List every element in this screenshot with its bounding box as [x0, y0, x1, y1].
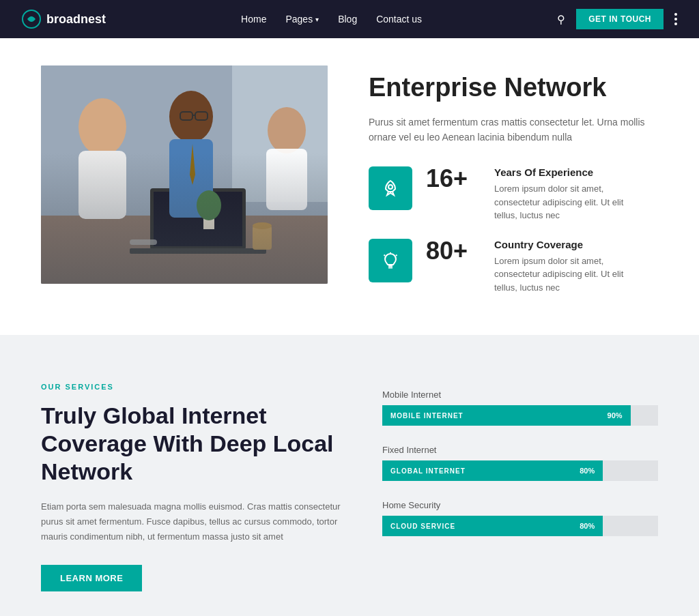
- svg-rect-5: [154, 192, 242, 246]
- bar-fill-mobile: MOBILE INTERNET 90%: [382, 405, 631, 426]
- navbar-right: ⚲ GET IN TOUCH: [557, 9, 677, 29]
- nav-links: Home Pages ▾ Blog Contact us: [241, 13, 422, 25]
- rocket-icon-box: [369, 166, 412, 210]
- stat-desc-experience: Lorem ipsum dolor sit amet, consectetur …: [494, 182, 644, 222]
- services-description: Etiam porta sem malesuada magna mollis e…: [41, 499, 341, 544]
- svg-point-9: [169, 91, 213, 143]
- svg-line-26: [384, 254, 386, 256]
- stat-text-coverage: Country Coverage Lorem ipsum dolor sit a…: [494, 239, 644, 295]
- stat-heading-experience: Years Of Experience: [494, 166, 644, 178]
- search-icon[interactable]: ⚲: [557, 13, 565, 26]
- chevron-down-icon: ▾: [315, 16, 319, 23]
- bulb-icon: [380, 250, 401, 271]
- brand-name: broadnest: [46, 12, 106, 27]
- navbar: broadnest Home Pages ▾ Blog Contact us ⚲…: [0, 0, 699, 38]
- svg-point-18: [197, 190, 221, 220]
- bar-fill-fixed: GLOBAL INTERNET 80%: [382, 460, 603, 481]
- services-section: OUR SERVICES Truly Global Internet Cover…: [0, 335, 699, 616]
- nav-blog[interactable]: Blog: [338, 14, 357, 25]
- stat-item-coverage: 80+ Country Coverage Lorem ipsum dolor s…: [369, 239, 658, 295]
- bar-percent-security: 80%: [580, 522, 595, 530]
- svg-point-21: [253, 222, 272, 229]
- svg-rect-8: [79, 151, 126, 219]
- svg-rect-6: [130, 248, 266, 254]
- bar-group-security: Home Security CLOUD SERVICE 80%: [382, 500, 658, 536]
- bar-label-fixed: Fixed Internet: [382, 445, 658, 455]
- nav-home[interactable]: Home: [241, 14, 266, 25]
- services-title: Truly Global Internet Coverage With Deep…: [41, 402, 341, 485]
- team-photo: [41, 65, 328, 284]
- stat-number-coverage: 80+: [426, 239, 481, 263]
- nav-pages[interactable]: Pages ▾: [285, 14, 319, 25]
- services-left: OUR SERVICES Truly Global Internet Cover…: [41, 383, 341, 591]
- get-touch-button[interactable]: GET IN TOUCH: [576, 9, 664, 29]
- stats-list: 16+ Years Of Experience Lorem ipsum dolo…: [369, 166, 658, 294]
- bar-name-security: CLOUD SERVICE: [390, 523, 455, 530]
- svg-rect-20: [253, 226, 272, 250]
- bar-label-security: Home Security: [382, 500, 658, 510]
- svg-rect-17: [203, 209, 214, 229]
- svg-rect-4: [150, 188, 246, 250]
- rocket-icon: [380, 178, 401, 199]
- svg-rect-3: [41, 216, 328, 284]
- services-right: Mobile Internet MOBILE INTERNET 90% Fixe…: [382, 383, 658, 555]
- bar-track-security: CLOUD SERVICE 80%: [382, 516, 658, 536]
- bar-percent-mobile: 90%: [608, 411, 623, 420]
- enterprise-image: [41, 65, 328, 284]
- brand-icon: [22, 10, 41, 29]
- bar-fill-security: CLOUD SERVICE 80%: [382, 516, 603, 536]
- svg-point-15: [268, 107, 306, 153]
- svg-point-22: [388, 185, 393, 189]
- svg-rect-10: [169, 139, 213, 218]
- bar-group-fixed: Fixed Internet GLOBAL INTERNET 80%: [382, 445, 658, 481]
- bar-percent-fixed: 80%: [580, 467, 595, 475]
- enterprise-section: Enterprise Network Purus sit amet fermen…: [0, 38, 699, 335]
- stat-desc-coverage: Lorem ipsum dolor sit amet, consectetur …: [494, 254, 644, 295]
- stat-text-experience: Years Of Experience Lorem ipsum dolor si…: [494, 166, 644, 222]
- bar-track-mobile: MOBILE INTERNET 90%: [382, 405, 658, 426]
- stat-heading-coverage: Country Coverage: [494, 239, 644, 250]
- bar-group-mobile: Mobile Internet MOBILE INTERNET 90%: [382, 390, 658, 426]
- enterprise-content: Enterprise Network Purus sit amet fermen…: [369, 65, 658, 294]
- enterprise-title: Enterprise Network: [369, 72, 658, 104]
- stat-item-experience: 16+ Years Of Experience Lorem ipsum dolo…: [369, 166, 658, 222]
- bulb-icon-box: [369, 239, 412, 282]
- bar-track-fixed: GLOBAL INTERNET 80%: [382, 460, 658, 481]
- svg-rect-19: [130, 239, 157, 245]
- bar-label-mobile: Mobile Internet: [382, 390, 658, 400]
- svg-line-27: [396, 254, 397, 256]
- learn-more-button[interactable]: LEARN MORE: [41, 565, 142, 591]
- nav-contact[interactable]: Contact us: [376, 14, 422, 25]
- brand-logo[interactable]: broadnest: [22, 10, 106, 29]
- stat-number-experience: 16+: [426, 166, 481, 191]
- people-illustration: [41, 65, 328, 284]
- enterprise-description: Purus sit amet fermentum cras mattis con…: [369, 115, 655, 145]
- bar-name-fixed: GLOBAL INTERNET: [390, 467, 466, 475]
- dots-menu-icon[interactable]: [674, 13, 677, 25]
- services-tag: OUR SERVICES: [41, 383, 341, 391]
- svg-rect-16: [266, 149, 307, 210]
- svg-point-7: [79, 98, 126, 156]
- bar-name-mobile: MOBILE INTERNET: [390, 412, 463, 420]
